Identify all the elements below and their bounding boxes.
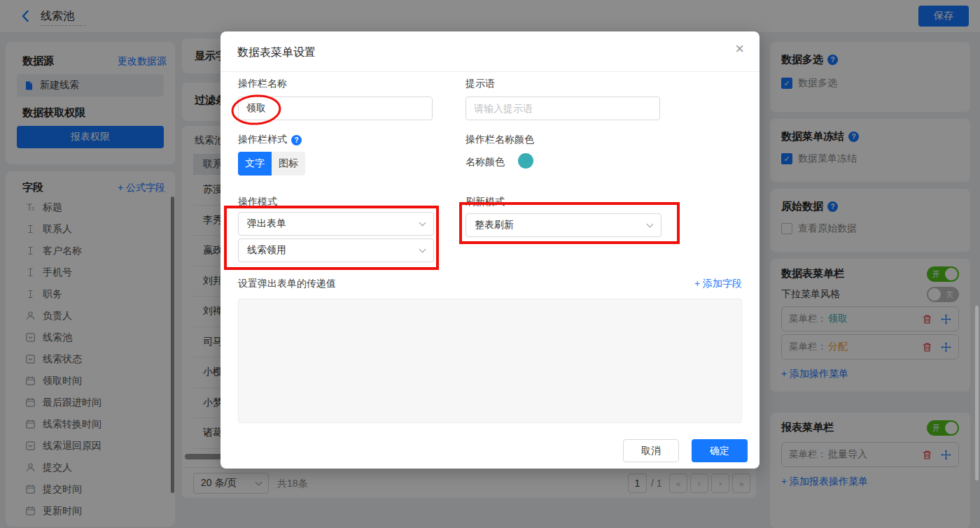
action-style-label: 操作栏样式 ? [238,134,302,146]
cancel-button[interactable]: 取消 [623,439,679,462]
window-scrollbar-thumb[interactable] [975,306,979,480]
action-name-input[interactable] [238,97,433,120]
action-style-label-text: 操作栏样式 [238,134,287,146]
operation-target-select[interactable]: 线索领用 [238,238,434,262]
chevron-down-icon [419,220,426,227]
close-icon[interactable]: × [735,41,744,57]
help-icon[interactable]: ? [291,135,302,145]
name-color-swatch[interactable] [518,153,533,169]
action-style-segmented: 文字 图标 [238,152,305,176]
app-root: 线索池 保存 数据源 更改数据源 新建线索 数据获取权限 报表权限 字段 + 公… [0,0,980,528]
refresh-mode-value: 整表刷新 [475,219,514,231]
modal-title: 数据表菜单设置 [237,45,316,60]
refresh-mode-label: 刷新模式 [465,196,505,208]
chevron-down-icon [419,246,426,253]
pass-value-area [238,299,742,423]
refresh-mode-select[interactable]: 整表刷新 [465,213,662,237]
action-name-label: 操作栏名称 [238,78,287,90]
operation-mode-label: 操作模式 [238,196,277,208]
operation-target-value: 线索领用 [247,244,286,257]
add-field-link[interactable]: + 添加字段 [694,278,742,290]
menu-settings-modal: 数据表菜单设置 × 操作栏名称 提示语 操作栏样式 ? 文字 图标 操作栏名称颜… [220,31,760,469]
prompt-label: 提示语 [465,78,495,90]
modal-header-divider [220,71,760,72]
confirm-button[interactable]: 确定 [692,439,748,462]
name-color-label: 名称颜色 [465,156,505,169]
chevron-down-icon [647,221,654,228]
style-option-icon[interactable]: 图标 [272,152,305,176]
style-option-text[interactable]: 文字 [238,152,272,176]
prompt-input[interactable] [465,97,660,120]
operation-mode-value: 弹出表单 [247,217,286,230]
pass-value-label: 设置弹出表单的传递值 [238,278,336,290]
operation-mode-select[interactable]: 弹出表单 [238,212,434,236]
name-color-title: 操作栏名称颜色 [465,134,534,146]
